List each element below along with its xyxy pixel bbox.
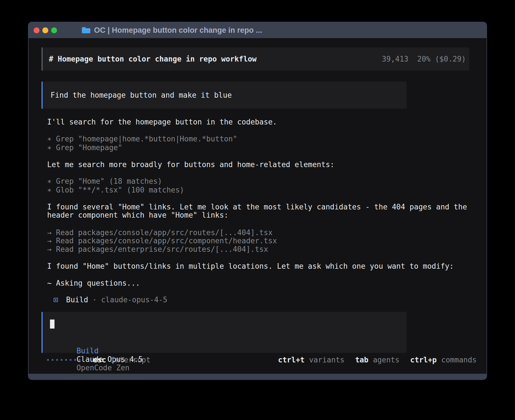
hints-right: ctrl+t variants tab agents ctrl+p comman…: [278, 356, 477, 364]
assistant-text-line: I'll search for the homepage button in t…: [47, 118, 277, 126]
titlebar: OC | Homepage button color change in rep…: [29, 22, 486, 38]
assistant-status-line: ~ Asking questions...: [47, 279, 140, 287]
text-cursor: [50, 320, 54, 329]
hint-bar: esc interrupt ctrl+t variants tab agents…: [47, 356, 477, 364]
session-title: # Homepage button color change in repo w…: [49, 55, 257, 63]
tool-call-grep: ∗ Grep "homepage|home.*button|Home.*butt…: [47, 135, 237, 143]
minimize-button[interactable]: [42, 27, 48, 33]
hint-variants: ctrl+t variants: [278, 356, 344, 364]
session-token-stats: 39,413 20% ($0.29): [382, 55, 466, 63]
input-mode[interactable]: Build: [77, 347, 99, 355]
tool-call-grep: ∗ Grep "Home" (18 matches): [47, 177, 162, 185]
title-group: OC | Homepage button color change in rep…: [81, 26, 262, 35]
ctrl-t-key: ctrl+t: [278, 356, 305, 364]
maximize-button[interactable]: [51, 27, 57, 33]
prompt-input[interactable]: Build Claude Opus 4.5 OpenCode Zen: [42, 312, 407, 353]
ctrl-p-key: ctrl+p: [410, 356, 437, 364]
tool-call-glob: ∗ Glob "**/*.tsx" (100 matches): [47, 186, 184, 194]
assistant-text-line: I found several "Home" links. Let me loo…: [47, 203, 467, 211]
hint-agents: tab agents: [355, 356, 400, 364]
traffic-lights: [34, 27, 57, 33]
hint-commands: ctrl+p commands: [410, 356, 477, 364]
window-title: OC | Homepage button color change in rep…: [94, 26, 262, 35]
session-header: # Homepage button color change in repo w…: [42, 47, 469, 71]
agent-model: claude-opus-4-5: [101, 296, 167, 304]
esc-label: interrupt: [111, 356, 150, 364]
tool-call-read: → Read packages/enterprise/src/routes/[.…: [47, 245, 268, 253]
spinner-dots: [47, 359, 80, 361]
agent-build-icon: [54, 298, 58, 302]
folder-icon: [81, 27, 90, 34]
user-message: Find the homepage button and make it blu…: [42, 82, 407, 109]
hint-esc: esc interrupt: [93, 356, 150, 364]
tool-call-grep: ∗ Grep "Homepage": [47, 143, 122, 152]
input-model-line: Build Claude Opus 4.5 OpenCode Zen: [50, 338, 147, 347]
agent-status-row: Build · claude-opus-4-5: [54, 296, 167, 304]
assistant-text-line: Let me search more broadly for buttons a…: [47, 160, 334, 169]
terminal-window: OC | Homepage button color change in rep…: [28, 22, 487, 380]
esc-key: esc: [93, 356, 106, 364]
commands-label: commands: [441, 356, 477, 364]
tool-call-read: → Read packages/console/app/src/routes/[…: [47, 228, 272, 237]
window-footer-strip: [29, 374, 486, 379]
status-separator: ·: [92, 296, 97, 304]
close-button[interactable]: [34, 27, 40, 33]
user-message-text: Find the homepage button and make it blu…: [51, 91, 232, 99]
assistant-text-line: I found "Home" buttons/links in multiple…: [47, 262, 454, 270]
input-provider: OpenCode Zen: [77, 364, 130, 372]
agents-label: agents: [373, 356, 400, 364]
variants-label: variants: [309, 356, 344, 364]
tool-call-read: → Read packages/console/app/src/componen…: [47, 237, 277, 245]
agent-name: Build: [66, 296, 88, 304]
tab-key: tab: [355, 356, 368, 364]
assistant-text-line: header component which have "Home" links…: [47, 211, 228, 219]
